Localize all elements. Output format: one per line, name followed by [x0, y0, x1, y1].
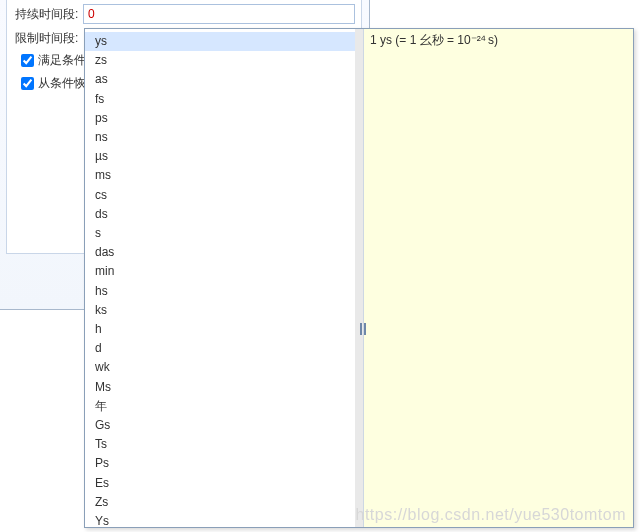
unit-option[interactable]: as [85, 70, 363, 89]
unit-option[interactable]: d [85, 339, 363, 358]
unit-option[interactable]: Ys [85, 512, 363, 527]
unit-option[interactable]: µs [85, 147, 363, 166]
unit-option[interactable]: Zs [85, 493, 363, 512]
unit-option[interactable]: h [85, 320, 363, 339]
unit-option[interactable]: Gs [85, 416, 363, 435]
unit-option[interactable]: Ms [85, 378, 363, 397]
unit-list[interactable]: yszsasfspsnsµsmscsdssdasminhskshdwkMs年Gs… [85, 29, 363, 527]
unit-option[interactable]: Ts [85, 435, 363, 454]
unit-option[interactable]: ds [85, 205, 363, 224]
unit-description: 1 ys (= 1 幺秒 = 10⁻²⁴ s) [370, 33, 498, 47]
watermark: https://blog.csdn.net/yue530tomtom [356, 506, 626, 524]
unit-option[interactable]: ys [85, 32, 363, 51]
unit-option[interactable]: Ps [85, 454, 363, 473]
unit-option[interactable]: min [85, 262, 363, 281]
scrollbar[interactable] [355, 29, 363, 527]
unit-option[interactable]: s [85, 224, 363, 243]
unit-option[interactable]: ks [85, 301, 363, 320]
unit-option[interactable]: hs [85, 282, 363, 301]
unit-option[interactable]: fs [85, 90, 363, 109]
duration-input[interactable] [83, 4, 355, 24]
unit-list-pane: yszsasfspsnsµsmscsdssdasminhskshdwkMs年Gs… [85, 29, 363, 527]
unit-option[interactable]: ns [85, 128, 363, 147]
unit-option[interactable]: ms [85, 166, 363, 185]
limit-label: 限制时间段: [15, 30, 83, 47]
unit-option[interactable]: das [85, 243, 363, 262]
cb-recover[interactable] [21, 77, 34, 90]
duration-label: 持续时间段: [15, 6, 83, 23]
cb-satisfy[interactable] [21, 54, 34, 67]
unit-option[interactable]: ps [85, 109, 363, 128]
unit-option[interactable]: wk [85, 358, 363, 377]
duration-row: 持续时间段: [7, 0, 361, 26]
unit-dropdown: yszsasfspsnsµsmscsdssdasminhskshdwkMs年Gs… [84, 28, 634, 528]
unit-option[interactable]: 年 [85, 397, 363, 416]
unit-description-pane: 1 ys (= 1 幺秒 = 10⁻²⁴ s) [363, 29, 633, 527]
unit-option[interactable]: Es [85, 474, 363, 493]
unit-option[interactable]: zs [85, 51, 363, 70]
resize-grip-icon[interactable] [360, 323, 366, 335]
unit-option[interactable]: cs [85, 186, 363, 205]
